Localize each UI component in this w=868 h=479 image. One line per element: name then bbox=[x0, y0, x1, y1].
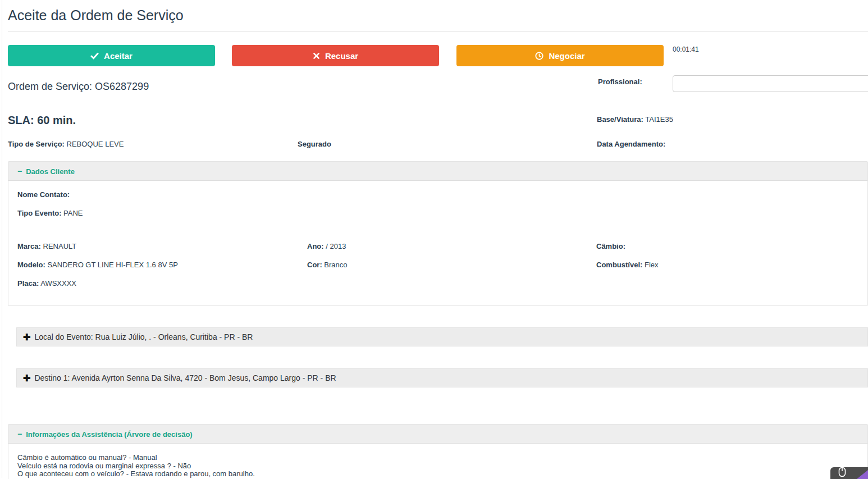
vehicle-placa: Placa: AWSXXXX bbox=[17, 279, 307, 288]
cambio-label: Câmbio: bbox=[596, 242, 625, 250]
collapse-minus-icon: − bbox=[17, 167, 22, 176]
vehicle-ano: Ano: / 2013 bbox=[307, 242, 596, 250]
base-viatura-value: TAI1E35 bbox=[645, 115, 673, 124]
modelo-label: Modelo: bbox=[17, 261, 45, 269]
tipo-evento-value: PANE bbox=[63, 209, 83, 217]
title-divider bbox=[8, 31, 868, 32]
decision-tree-line: Veículo está na rodovia ou marginal expr… bbox=[17, 462, 858, 471]
ano-value: / 2013 bbox=[326, 242, 346, 250]
data-agendamento-label: Data Agendamento: bbox=[597, 140, 665, 148]
refuse-button-label: Recusar bbox=[325, 51, 358, 61]
decision-tree-line: Câmbio é automático ou manual? - Manual bbox=[17, 454, 858, 462]
order-number: Ordem de Serviço: OS6287299 bbox=[8, 81, 149, 93]
modelo-value: SANDERO GT LINE HI-FLEX 1.6 8V 5P bbox=[47, 261, 177, 269]
destino1-bar[interactable]: ✚ Destino 1: Avenida Ayrton Senna Da Sil… bbox=[16, 368, 868, 387]
base-viatura: Base/Viatura: TAI1E35 bbox=[597, 115, 673, 124]
professional-input[interactable] bbox=[673, 75, 868, 92]
check-icon bbox=[90, 52, 99, 60]
assistance-panel-body: Câmbio é automático ou manual? - Manual … bbox=[8, 444, 867, 479]
expand-plus-icon: ✚ bbox=[23, 332, 30, 343]
base-viatura-label: Base/Viatura: bbox=[597, 115, 643, 124]
tipo-servico-label: Tipo de Serviço: bbox=[8, 140, 65, 148]
nome-contato: Nome Contato: bbox=[17, 190, 858, 199]
data-agendamento: Data Agendamento: bbox=[597, 140, 868, 148]
x-icon bbox=[313, 52, 320, 60]
page-title: Aceite da Ordem de Serviço bbox=[8, 0, 868, 24]
destino1-text: Destino 1: Avenida Ayrton Senna Da Silva… bbox=[34, 373, 336, 382]
segurado: Segurado bbox=[298, 140, 597, 148]
tipo-servico-value: REBOQUE LEVE bbox=[67, 140, 124, 148]
local-evento-text: Local do Evento: Rua Luiz Júlio, . - Orl… bbox=[34, 332, 253, 341]
client-data-panel-title: Dados Cliente bbox=[26, 167, 75, 176]
cor-label: Cor: bbox=[307, 261, 322, 269]
mouse-icon bbox=[838, 467, 847, 479]
vehicle-cambio: Câmbio: bbox=[596, 242, 858, 250]
client-data-panel-body: Nome Contato: Tipo Evento: PANE Marca: R… bbox=[8, 181, 867, 305]
collapse-minus-icon: − bbox=[17, 430, 22, 439]
placa-label: Placa: bbox=[17, 279, 39, 288]
sla-row: SLA: 60 min. Base/Viatura: TAI1E35 bbox=[8, 114, 868, 129]
tipo-evento-label: Tipo Evento: bbox=[17, 209, 61, 217]
service-meta-row: Tipo de Serviço: REBOQUE LEVE Segurado D… bbox=[8, 140, 868, 148]
combustivel-label: Combustível: bbox=[596, 261, 642, 269]
tipo-evento: Tipo Evento: PANE bbox=[17, 209, 858, 217]
countdown-timer: 00:01:41 bbox=[673, 45, 699, 53]
accept-button-label: Aceitar bbox=[104, 51, 133, 61]
ano-label: Ano: bbox=[307, 242, 324, 250]
vehicle-info-grid: Marca: RENAULT Ano: / 2013 Câmbio: Model… bbox=[17, 242, 858, 288]
tipo-servico: Tipo de Serviço: REBOQUE LEVE bbox=[8, 140, 298, 148]
negotiate-button-label: Negociar bbox=[549, 51, 584, 61]
decision-tree-line: O que aconteceu com o veículo? - Estava … bbox=[17, 470, 858, 478]
marca-value: RENAULT bbox=[43, 242, 77, 250]
order-accept-page: Aceite da Ordem de Serviço Aceitar Recus… bbox=[0, 0, 868, 479]
expand-plus-icon: ✚ bbox=[23, 373, 30, 384]
order-number-row: Ordem de Serviço: OS6287299 Profissional… bbox=[8, 75, 868, 93]
vehicle-modelo: Modelo: SANDERO GT LINE HI-FLEX 1.6 8V 5… bbox=[17, 261, 307, 269]
segurado-label: Segurado bbox=[298, 140, 331, 148]
negotiate-button[interactable]: Negociar bbox=[456, 45, 664, 66]
refuse-button[interactable]: Recusar bbox=[232, 45, 439, 66]
clock-icon bbox=[535, 52, 543, 60]
cor-value: Branco bbox=[324, 261, 347, 269]
combustivel-value: Flex bbox=[645, 261, 659, 269]
action-buttons-row: Aceitar Recusar Negociar 00:01:41 bbox=[8, 45, 868, 66]
vehicle-combustivel: Combustível: Flex bbox=[596, 261, 858, 269]
accept-button[interactable]: Aceitar bbox=[8, 45, 215, 66]
professional-label: Profissional: bbox=[598, 77, 642, 86]
client-data-panel: −Dados Cliente Nome Contato: Tipo Evento… bbox=[8, 161, 868, 306]
nome-contato-label: Nome Contato: bbox=[17, 190, 70, 199]
assistance-info-panel: −Informações da Assistência (Árvore de d… bbox=[8, 424, 868, 479]
assistance-panel-title: Informações da Assistência (Árvore de de… bbox=[26, 430, 192, 439]
vehicle-marca: Marca: RENAULT bbox=[17, 242, 307, 250]
assistance-panel-header[interactable]: −Informações da Assistência (Árvore de d… bbox=[8, 425, 867, 444]
local-evento-bar[interactable]: ✚ Local do Evento: Rua Luiz Júlio, . - O… bbox=[16, 327, 868, 346]
marca-label: Marca: bbox=[17, 242, 41, 250]
screen-overlay-widget[interactable] bbox=[830, 467, 868, 479]
placa-value: AWSXXXX bbox=[40, 279, 76, 288]
purple-arrow-icon bbox=[857, 470, 868, 479]
vehicle-cor: Cor: Branco bbox=[307, 261, 596, 269]
sla-value: SLA: 60 min. bbox=[8, 114, 76, 127]
client-data-panel-header[interactable]: −Dados Cliente bbox=[8, 162, 867, 181]
